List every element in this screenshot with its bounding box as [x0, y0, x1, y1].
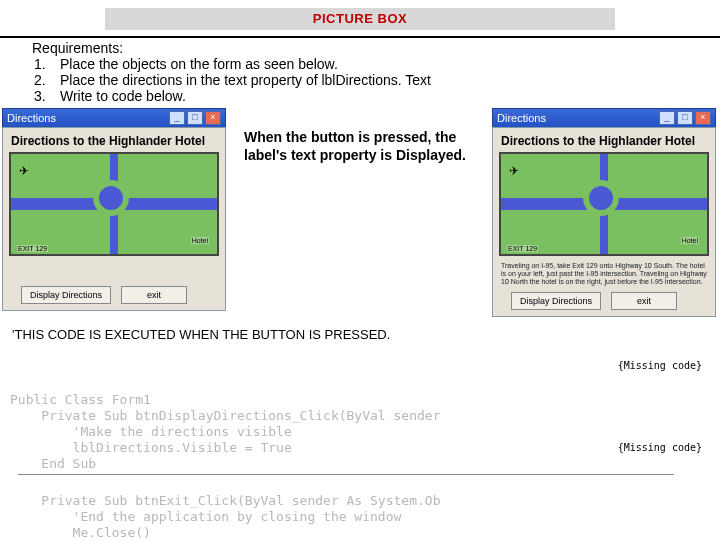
requirement-item: 2.Place the directions in the text prope… — [34, 72, 720, 88]
missing-code-annotation: {Missing code} — [618, 440, 702, 456]
maximize-icon: □ — [187, 111, 203, 125]
code-snippet: {Missing code} {Missing code} Public Cla… — [10, 344, 714, 540]
slide-header: PICTURE BOX — [105, 8, 615, 30]
window-title: Directions — [497, 112, 546, 124]
display-directions-button: Display Directions — [511, 292, 601, 310]
missing-code-annotation: {Missing code} — [618, 358, 702, 374]
requirements-title: Requirements: — [32, 40, 720, 56]
window-subtitle: Directions to the Highlander Hotel — [11, 134, 219, 148]
window-screenshot-after: Directions _ □ × Directions to the Highl… — [492, 108, 716, 317]
close-icon: × — [205, 111, 221, 125]
directions-label-text: Traveling on I-95, take Exit 129 onto Hi… — [501, 262, 707, 288]
requirements-block: Requirements: 1.Place the objects on the… — [32, 40, 720, 104]
minimize-icon: _ — [659, 111, 675, 125]
requirement-item: 1.Place the objects on the form as seen … — [34, 56, 720, 72]
map-image: ✈ EXIT 129 Hotel — [499, 152, 709, 256]
map-hotel-label: Hotel — [191, 237, 209, 244]
map-exit-label: EXIT 129 — [17, 245, 48, 252]
window-titlebar: Directions _ □ × — [2, 108, 226, 127]
map-hotel-label: Hotel — [681, 237, 699, 244]
behavior-caption: When the button is pressed, the label's … — [236, 108, 482, 164]
code-intro-comment: 'THIS CODE IS EXECUTED WHEN THE BUTTON I… — [12, 327, 720, 342]
map-exit-label: EXIT 129 — [507, 245, 538, 252]
requirement-item: 3.Write to code below. — [34, 88, 720, 104]
minimize-icon: _ — [169, 111, 185, 125]
exit-button: exit — [611, 292, 677, 310]
maximize-icon: □ — [677, 111, 693, 125]
exit-button: exit — [121, 286, 187, 304]
plane-icon: ✈ — [509, 164, 519, 178]
directions-label-empty — [9, 262, 219, 286]
display-directions-button: Display Directions — [21, 286, 111, 304]
window-subtitle: Directions to the Highlander Hotel — [501, 134, 709, 148]
window-screenshot-before: Directions _ □ × Directions to the Highl… — [2, 108, 226, 311]
close-icon: × — [695, 111, 711, 125]
window-title: Directions — [7, 112, 56, 124]
divider-top — [0, 36, 720, 38]
plane-icon: ✈ — [19, 164, 29, 178]
window-titlebar: Directions _ □ × — [492, 108, 716, 127]
map-image: ✈ EXIT 129 Hotel — [9, 152, 219, 256]
